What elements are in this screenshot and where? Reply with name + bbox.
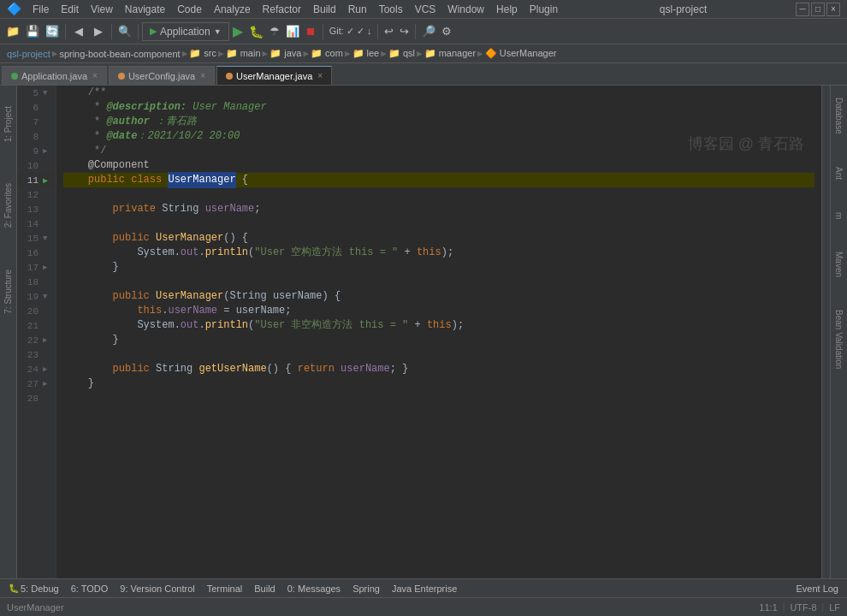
editor-scrollbar[interactable] — [821, 86, 830, 578]
breadcrumb-class[interactable]: 🔶 UserManager — [485, 48, 557, 59]
code-line-28[interactable] — [63, 391, 814, 406]
breadcrumb-qsl[interactable]: 📁 qsl — [388, 48, 415, 59]
bottom-tab-java-enterprise[interactable]: Java Enterprise — [387, 582, 462, 595]
profiler-button[interactable]: 📊 — [283, 23, 302, 39]
bottom-tab-debug[interactable]: 🐛 5: Debug — [3, 582, 64, 595]
menu-edit[interactable]: Edit — [55, 2, 85, 17]
panel-bean-validation[interactable]: Bean Validation — [832, 306, 845, 372]
code-line-9[interactable]: */ — [63, 144, 814, 158]
menu-refactor[interactable]: Refactor — [257, 2, 307, 17]
code-line-8[interactable]: * @date：2021/10/2 20:00 — [63, 129, 814, 144]
undo-button[interactable]: ↩ — [382, 23, 396, 39]
bottom-tab-terminal[interactable]: Terminal — [202, 582, 248, 595]
gutter-line-13: 13 — [17, 202, 56, 216]
breadcrumb-main[interactable]: 📁 main — [226, 48, 261, 59]
tab-usermanager[interactable]: UserManager.java × — [216, 66, 332, 85]
gutter-line-19: 19 ▼ — [17, 289, 56, 304]
panel-maven[interactable]: Maven — [832, 248, 845, 281]
breadcrumb-manager[interactable]: 📁 manager — [424, 48, 476, 59]
menu-vcs[interactable]: VCS — [409, 2, 442, 17]
code-line-21[interactable]: System.out.println("User 非空构造方法 this = "… — [63, 318, 814, 333]
code-line-14[interactable] — [63, 216, 814, 231]
git-status-button[interactable]: Git: ✓ ✓ ↓ — [327, 24, 375, 38]
panel-structure[interactable]: 7: Structure — [2, 266, 15, 317]
sync-button[interactable]: 🔄 — [43, 22, 62, 41]
code-line-12[interactable] — [63, 187, 814, 202]
forward-button[interactable]: ▶ — [89, 22, 108, 41]
code-line-7[interactable]: * @author ：青石路 — [63, 115, 814, 129]
code-line-13[interactable]: private String userName; — [63, 202, 814, 216]
tab-application[interactable]: Application.java × — [2, 66, 107, 85]
run-config-dropdown[interactable]: ▶ Application ▼ — [142, 22, 229, 41]
panel-database[interactable]: Database — [832, 94, 845, 138]
redo-button[interactable]: ↪ — [397, 23, 412, 39]
panel-favorites[interactable]: 2: Favorites — [2, 180, 15, 231]
tab-application-close-icon[interactable]: × — [92, 71, 98, 80]
breadcrumb-src[interactable]: 📁 src — [189, 48, 216, 59]
tab-userconfig-close-icon[interactable]: × — [200, 71, 205, 80]
menu-help[interactable]: Help — [490, 2, 524, 17]
bottom-tab-version-control[interactable]: 9: Version Control — [115, 582, 199, 595]
bottom-tab-build[interactable]: Build — [249, 582, 280, 595]
run-button[interactable]: ▶ — [230, 21, 246, 41]
code-line-20[interactable]: this.userName = userName; — [63, 304, 814, 318]
breadcrumb-java[interactable]: 📁 java — [270, 48, 301, 59]
debug-button[interactable]: 🐛 — [246, 23, 266, 40]
code-line-6[interactable]: * @description: User Manager — [63, 100, 814, 115]
panel-m[interactable]: m — [832, 209, 845, 222]
menu-build[interactable]: Build — [307, 2, 342, 17]
run-config-arrow-icon: ▼ — [214, 27, 222, 36]
code-line-16[interactable]: System.out.println("User 空构造方法 this = " … — [63, 246, 814, 260]
bottom-tab-event-log[interactable]: Event Log — [791, 582, 844, 595]
breadcrumb-project[interactable]: qsl-project — [7, 49, 50, 59]
code-line-24[interactable]: public String getUserName() { return use… — [63, 362, 814, 376]
menu-navigate[interactable]: Navigate — [119, 2, 171, 17]
code-line-17[interactable]: } — [63, 260, 814, 275]
menu-file[interactable]: File — [27, 2, 55, 17]
code-line-19[interactable]: public UserManager(String userName) { — [63, 289, 814, 304]
tab-userconfig-label: UserConfig.java — [128, 71, 195, 81]
save-button[interactable]: 💾 — [23, 22, 42, 41]
gutter-line-11: 11 ▶ — [17, 173, 56, 187]
coverage-button[interactable]: ☂ — [267, 23, 282, 39]
menu-tools[interactable]: Tools — [373, 2, 409, 17]
stop-button[interactable]: ⏹ — [303, 23, 319, 39]
open-project-button[interactable]: 📁 — [3, 22, 22, 41]
code-line-15[interactable]: public UserManager() { — [63, 231, 814, 246]
breadcrumb-sep-3: ▶ — [218, 48, 224, 59]
menu-view[interactable]: View — [85, 2, 119, 17]
back-button[interactable]: ◀ — [69, 22, 88, 41]
close-button[interactable]: × — [826, 3, 840, 16]
bottom-tab-messages[interactable]: 0: Messages — [282, 582, 346, 595]
find-button[interactable]: 🔎 — [419, 23, 438, 39]
minimize-button[interactable]: ─ — [796, 3, 809, 16]
menu-window[interactable]: Window — [441, 2, 490, 17]
gutter-line-6: 6 — [17, 100, 56, 115]
bottom-tab-spring[interactable]: Spring — [347, 582, 385, 595]
gutter-line-16: 16 — [17, 246, 56, 260]
tab-usermanager-close-icon[interactable]: × — [317, 71, 323, 80]
menu-analyze[interactable]: Analyze — [208, 2, 257, 17]
breadcrumb-lee[interactable]: 📁 lee — [352, 48, 380, 59]
search-everywhere-button[interactable]: 🔍 — [116, 23, 134, 39]
breadcrumb-com[interactable]: 📁 com — [311, 48, 343, 59]
code-line-10[interactable]: @Component — [63, 158, 814, 173]
menu-code[interactable]: Code — [171, 2, 208, 17]
menu-plugin[interactable]: Plugin — [524, 2, 564, 17]
code-line-18[interactable] — [63, 275, 814, 289]
panel-project[interactable]: 1: Project — [2, 103, 15, 145]
code-line-5[interactable]: /** — [63, 86, 814, 100]
gutter-line-28: 28 — [17, 391, 56, 406]
settings-button[interactable]: ⚙ — [439, 23, 454, 39]
code-line-23[interactable] — [63, 347, 814, 362]
breadcrumb-module[interactable]: spring-boot-bean-component — [59, 49, 180, 59]
code-line-22[interactable]: } — [63, 333, 814, 347]
tab-userconfig[interactable]: UserConfig.java × — [109, 66, 215, 85]
menu-run[interactable]: Run — [342, 2, 373, 17]
code-line-27[interactable]: } — [63, 376, 814, 391]
code-line-11[interactable]: public class UserManager { — [63, 173, 814, 187]
bottom-tab-todo[interactable]: 6: TODO — [66, 582, 114, 595]
code-editor[interactable]: 博客园 @ 青石路 /** * @description: User Manag… — [56, 86, 821, 578]
panel-ant[interactable]: Ant — [832, 163, 845, 183]
maximize-button[interactable]: □ — [811, 3, 825, 16]
